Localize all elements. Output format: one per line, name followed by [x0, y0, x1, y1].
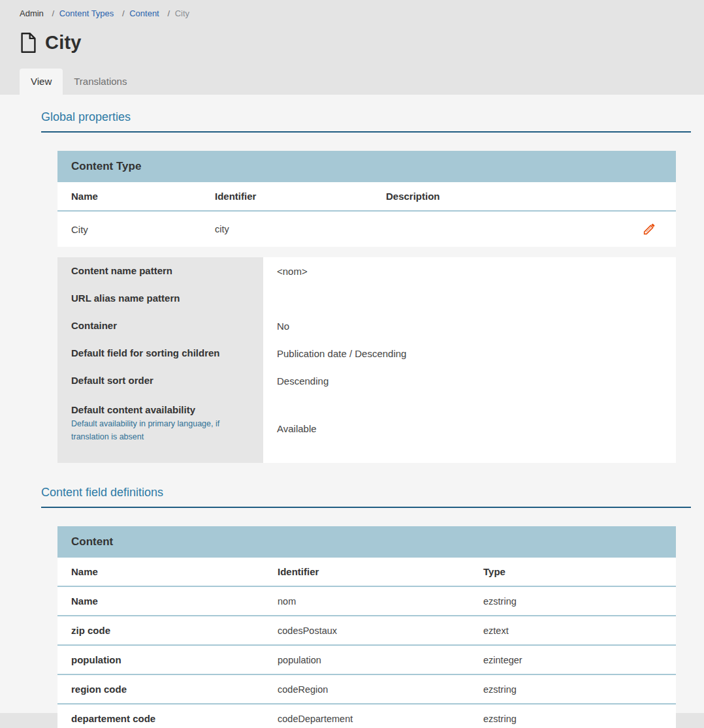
property-row-default-sort-order: Default sort order Descending — [57, 367, 676, 394]
property-value — [263, 285, 676, 312]
content-type-name: City — [57, 211, 201, 247]
property-label: Default sort order — [71, 374, 248, 387]
table-header-row: Name Identifier Description — [57, 182, 676, 211]
field-identifier: population — [264, 645, 470, 674]
column-header-description: Description — [372, 182, 628, 211]
table-row: population population ezinteger — [57, 645, 676, 674]
table-header-row: Name Identifier Type — [57, 558, 676, 586]
field-type: ezstring — [470, 704, 676, 728]
field-type: eztext — [470, 616, 676, 645]
table-caption: Content Type — [57, 151, 676, 182]
breadcrumb-item-current: City — [175, 8, 189, 18]
field-type: ezstring — [470, 586, 676, 616]
property-row-url-alias-pattern: URL alias name pattern — [57, 285, 676, 312]
breadcrumb-separator: / — [167, 8, 170, 18]
field-name: region code — [57, 674, 264, 704]
section-heading-field-definitions: Content field definitions — [41, 486, 691, 508]
document-icon — [20, 32, 37, 54]
column-header-actions — [628, 182, 676, 211]
tab-translations[interactable]: Translations — [63, 69, 138, 95]
property-row-default-availability: Default content availability Default ava… — [57, 394, 676, 463]
edit-content-type-button[interactable] — [641, 220, 658, 238]
tab-content: Global properties Content Type Name Iden… — [0, 95, 704, 713]
column-header-identifier: Identifier — [264, 558, 470, 586]
property-label: Content name pattern — [71, 264, 248, 277]
property-label: Default content availability — [71, 404, 248, 417]
field-name: departement code — [57, 704, 264, 728]
table-row: zip code codesPostaux eztext — [57, 616, 676, 645]
page-header: Admin / Content Types / Content / City C… — [0, 0, 704, 95]
breadcrumb: Admin / Content Types / Content / City — [20, 0, 691, 18]
property-label: Default field for sorting children — [71, 347, 248, 360]
property-label: URL alias name pattern — [71, 292, 248, 305]
table-row: departement code codeDepartement ezstrin… — [57, 704, 676, 728]
tab-view[interactable]: View — [20, 69, 63, 95]
tab-bar: View Translations — [20, 69, 691, 95]
field-type: ezstring — [470, 674, 676, 704]
field-name: Name — [57, 586, 264, 616]
content-type-description — [372, 211, 628, 247]
property-value: <nom> — [263, 257, 676, 285]
field-identifier: codeDepartement — [264, 704, 470, 728]
column-header-type: Type — [470, 558, 676, 586]
property-value: Descending — [263, 367, 676, 394]
column-header-name: Name — [57, 558, 264, 586]
property-value: Available — [263, 394, 676, 463]
table-caption: Content — [57, 526, 676, 558]
column-header-name: Name — [57, 182, 201, 211]
property-row-container: Container No — [57, 312, 676, 340]
field-name: population — [57, 645, 264, 674]
global-properties-list: Content name pattern <nom> URL alias nam… — [57, 257, 676, 463]
breadcrumb-link-content[interactable]: Content — [129, 8, 159, 18]
field-identifier: codeRegion — [264, 674, 470, 704]
content-type-identifier: city — [201, 211, 372, 247]
field-definitions-table: Content Name Identifier Type Name nom ez… — [57, 526, 676, 728]
pencil-icon — [643, 229, 656, 238]
property-row-default-sort-field: Default field for sorting children Publi… — [57, 340, 676, 367]
page-title: City — [45, 32, 82, 54]
property-value: No — [263, 312, 676, 340]
breadcrumb-link-content-types[interactable]: Content Types — [59, 8, 114, 18]
property-label: Container — [71, 319, 248, 332]
table-row: Name nom ezstring — [57, 586, 676, 616]
content-type-table: Content Type Name Identifier Description… — [57, 151, 676, 247]
breadcrumb-separator: / — [122, 8, 125, 18]
column-header-identifier: Identifier — [201, 182, 372, 211]
section-heading-global-properties: Global properties — [41, 110, 691, 133]
property-row-content-name-pattern: Content name pattern <nom> — [57, 257, 676, 285]
table-row: City city — [57, 211, 676, 247]
field-type: ezinteger — [470, 645, 676, 674]
field-name: zip code — [57, 616, 264, 645]
table-row: region code codeRegion ezstring — [57, 674, 676, 704]
property-value: Publication date / Descending — [263, 340, 676, 367]
property-hint: Default availability in primary language… — [71, 417, 234, 443]
field-identifier: codesPostaux — [264, 616, 470, 645]
breadcrumb-item-admin: Admin — [20, 8, 44, 18]
field-identifier: nom — [264, 586, 470, 616]
breadcrumb-separator: / — [52, 8, 54, 18]
